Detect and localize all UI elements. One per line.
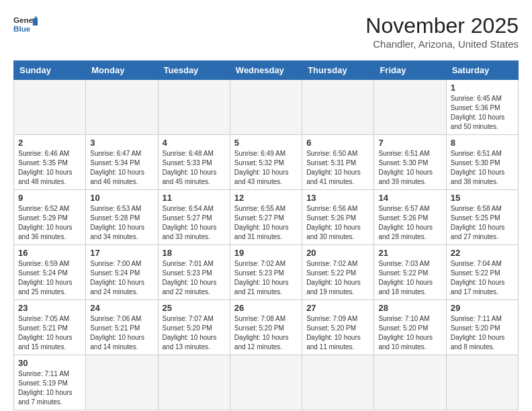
calendar-day-cell: 21Sunrise: 7:03 AMSunset: 5:22 PMDayligh… <box>374 245 446 300</box>
svg-text:Blue: Blue <box>13 24 31 33</box>
calendar-day-cell: 15Sunrise: 6:58 AMSunset: 5:25 PMDayligh… <box>446 190 518 245</box>
calendar-day-cell: 3Sunrise: 6:47 AMSunset: 5:34 PMDaylight… <box>86 135 158 190</box>
calendar-week-row: 9Sunrise: 6:52 AMSunset: 5:29 PMDaylight… <box>14 190 519 245</box>
day-info: Sunrise: 6:51 AMSunset: 5:30 PMDaylight:… <box>451 149 514 187</box>
calendar-day-cell <box>86 80 158 135</box>
generalblue-logo-icon: General Blue <box>13 13 38 38</box>
calendar-week-row: 2Sunrise: 6:46 AMSunset: 5:35 PMDaylight… <box>14 135 519 190</box>
calendar-day-cell: 27Sunrise: 7:09 AMSunset: 5:20 PMDayligh… <box>302 300 374 355</box>
day-number: 17 <box>90 248 153 258</box>
day-info: Sunrise: 6:46 AMSunset: 5:35 PMDaylight:… <box>18 149 81 187</box>
day-info: Sunrise: 7:11 AMSunset: 5:19 PMDaylight:… <box>18 369 81 407</box>
day-info: Sunrise: 7:09 AMSunset: 5:20 PMDaylight:… <box>306 314 369 352</box>
day-info: Sunrise: 7:02 AMSunset: 5:22 PMDaylight:… <box>306 259 369 297</box>
day-info: Sunrise: 6:59 AMSunset: 5:24 PMDaylight:… <box>18 259 81 297</box>
calendar-day-cell <box>374 80 446 135</box>
calendar-day-cell: 13Sunrise: 6:56 AMSunset: 5:26 PMDayligh… <box>302 190 374 245</box>
day-number: 3 <box>90 138 153 148</box>
day-number: 26 <box>234 303 298 313</box>
day-number: 15 <box>451 193 514 203</box>
calendar-day-cell: 8Sunrise: 6:51 AMSunset: 5:30 PMDaylight… <box>446 135 518 190</box>
calendar-week-row: 23Sunrise: 7:05 AMSunset: 5:21 PMDayligh… <box>14 300 519 355</box>
calendar-day-cell <box>302 80 374 135</box>
calendar-day-cell: 1Sunrise: 6:45 AMSunset: 5:36 PMDaylight… <box>446 80 518 135</box>
day-number: 25 <box>163 303 226 313</box>
day-number: 20 <box>306 248 369 258</box>
calendar-day-cell: 20Sunrise: 7:02 AMSunset: 5:22 PMDayligh… <box>302 245 374 300</box>
weekday-header-monday: Monday <box>86 61 158 80</box>
day-info: Sunrise: 6:49 AMSunset: 5:32 PMDaylight:… <box>234 149 298 187</box>
day-info: Sunrise: 6:52 AMSunset: 5:29 PMDaylight:… <box>18 204 81 242</box>
calendar-day-cell: 14Sunrise: 6:57 AMSunset: 5:26 PMDayligh… <box>374 190 446 245</box>
calendar-table: SundayMondayTuesdayWednesdayThursdayFrid… <box>13 60 519 410</box>
day-info: Sunrise: 7:02 AMSunset: 5:23 PMDaylight:… <box>234 259 298 297</box>
day-info: Sunrise: 6:45 AMSunset: 5:36 PMDaylight:… <box>451 94 514 132</box>
logo: General Blue <box>13 13 38 38</box>
calendar-day-cell: 10Sunrise: 6:53 AMSunset: 5:28 PMDayligh… <box>86 190 158 245</box>
weekday-header-wednesday: Wednesday <box>230 61 302 80</box>
day-number: 28 <box>378 303 441 313</box>
day-info: Sunrise: 7:00 AMSunset: 5:24 PMDaylight:… <box>90 259 153 297</box>
day-number: 22 <box>451 248 514 258</box>
weekday-header-row: SundayMondayTuesdayWednesdayThursdayFrid… <box>14 61 519 80</box>
calendar-day-cell <box>230 355 302 410</box>
calendar-day-cell <box>86 355 158 410</box>
calendar-day-cell: 9Sunrise: 6:52 AMSunset: 5:29 PMDaylight… <box>14 190 86 245</box>
day-info: Sunrise: 7:11 AMSunset: 5:20 PMDaylight:… <box>451 314 514 352</box>
day-info: Sunrise: 7:01 AMSunset: 5:23 PMDaylight:… <box>163 259 226 297</box>
day-number: 5 <box>234 138 298 148</box>
weekday-header-saturday: Saturday <box>446 61 518 80</box>
day-info: Sunrise: 6:51 AMSunset: 5:30 PMDaylight:… <box>378 149 441 187</box>
calendar-day-cell: 11Sunrise: 6:54 AMSunset: 5:27 PMDayligh… <box>158 190 230 245</box>
calendar-day-cell <box>158 355 230 410</box>
calendar-day-cell: 19Sunrise: 7:02 AMSunset: 5:23 PMDayligh… <box>230 245 302 300</box>
day-info: Sunrise: 7:04 AMSunset: 5:22 PMDaylight:… <box>451 259 514 297</box>
day-number: 24 <box>90 303 153 313</box>
calendar-day-cell: 18Sunrise: 7:01 AMSunset: 5:23 PMDayligh… <box>158 245 230 300</box>
weekday-header-sunday: Sunday <box>14 61 86 80</box>
day-info: Sunrise: 6:57 AMSunset: 5:26 PMDaylight:… <box>378 204 441 242</box>
day-number: 13 <box>306 193 369 203</box>
calendar-day-cell <box>446 355 518 410</box>
calendar-day-cell: 30Sunrise: 7:11 AMSunset: 5:19 PMDayligh… <box>14 355 86 410</box>
title-area: November 2025 Chandler, Arizona, United … <box>365 13 519 50</box>
day-info: Sunrise: 7:10 AMSunset: 5:20 PMDaylight:… <box>378 314 441 352</box>
calendar-day-cell: 26Sunrise: 7:08 AMSunset: 5:20 PMDayligh… <box>230 300 302 355</box>
day-info: Sunrise: 6:56 AMSunset: 5:26 PMDaylight:… <box>306 204 369 242</box>
calendar-day-cell: 22Sunrise: 7:04 AMSunset: 5:22 PMDayligh… <box>446 245 518 300</box>
weekday-header-thursday: Thursday <box>302 61 374 80</box>
day-number: 27 <box>306 303 369 313</box>
day-number: 1 <box>451 83 514 93</box>
calendar-subtitle: Chandler, Arizona, United States <box>365 38 519 50</box>
day-number: 19 <box>234 248 298 258</box>
day-info: Sunrise: 6:58 AMSunset: 5:25 PMDaylight:… <box>451 204 514 242</box>
day-info: Sunrise: 6:53 AMSunset: 5:28 PMDaylight:… <box>90 204 153 242</box>
calendar-day-cell: 2Sunrise: 6:46 AMSunset: 5:35 PMDaylight… <box>14 135 86 190</box>
calendar-day-cell: 12Sunrise: 6:55 AMSunset: 5:27 PMDayligh… <box>230 190 302 245</box>
day-number: 12 <box>234 193 298 203</box>
calendar-day-cell: 5Sunrise: 6:49 AMSunset: 5:32 PMDaylight… <box>230 135 302 190</box>
calendar-day-cell: 25Sunrise: 7:07 AMSunset: 5:20 PMDayligh… <box>158 300 230 355</box>
calendar-day-cell: 7Sunrise: 6:51 AMSunset: 5:30 PMDaylight… <box>374 135 446 190</box>
calendar-week-row: 16Sunrise: 6:59 AMSunset: 5:24 PMDayligh… <box>14 245 519 300</box>
day-info: Sunrise: 6:47 AMSunset: 5:34 PMDaylight:… <box>90 149 153 187</box>
calendar-day-cell <box>230 80 302 135</box>
calendar-day-cell: 29Sunrise: 7:11 AMSunset: 5:20 PMDayligh… <box>446 300 518 355</box>
day-number: 10 <box>90 193 153 203</box>
calendar-day-cell <box>158 80 230 135</box>
day-number: 8 <box>451 138 514 148</box>
day-number: 6 <box>306 138 369 148</box>
calendar-week-row: 1Sunrise: 6:45 AMSunset: 5:36 PMDaylight… <box>14 80 519 135</box>
calendar-day-cell: 4Sunrise: 6:48 AMSunset: 5:33 PMDaylight… <box>158 135 230 190</box>
calendar-day-cell <box>374 355 446 410</box>
calendar-day-cell: 23Sunrise: 7:05 AMSunset: 5:21 PMDayligh… <box>14 300 86 355</box>
calendar-day-cell: 24Sunrise: 7:06 AMSunset: 5:21 PMDayligh… <box>86 300 158 355</box>
calendar-day-cell <box>14 80 86 135</box>
day-number: 30 <box>18 358 81 368</box>
day-number: 4 <box>163 138 226 148</box>
day-info: Sunrise: 6:54 AMSunset: 5:27 PMDaylight:… <box>163 204 226 242</box>
day-number: 7 <box>378 138 441 148</box>
day-info: Sunrise: 6:50 AMSunset: 5:31 PMDaylight:… <box>306 149 369 187</box>
day-info: Sunrise: 7:03 AMSunset: 5:22 PMDaylight:… <box>378 259 441 297</box>
weekday-header-tuesday: Tuesday <box>158 61 230 80</box>
